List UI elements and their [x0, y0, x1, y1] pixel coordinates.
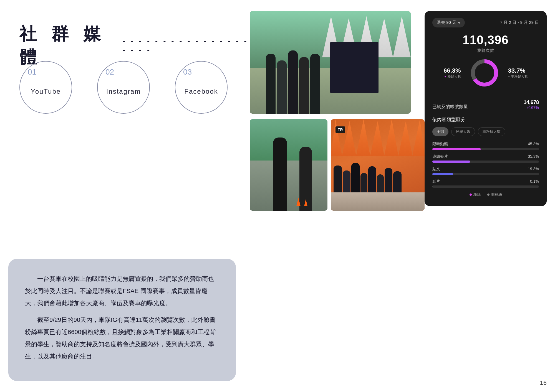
- circles-section: 01 YouTube 02 Instagram 03 Facebook: [19, 61, 228, 114]
- bar-fill-posts: [432, 173, 453, 175]
- circle-ring-instagram: 02 Instagram: [97, 61, 150, 114]
- legend-subscribers: 粉絲: [470, 192, 481, 197]
- circle-item-instagram: 02 Instagram: [97, 61, 150, 114]
- filter-tabs: 全部 粉絲人數 非粉絲人數: [432, 127, 539, 136]
- bar-label-reels: 連續短片: [432, 154, 448, 159]
- bar-track-reels: [432, 161, 539, 163]
- page-number: 16: [540, 379, 547, 386]
- legend-label-subscribers: 粉絲: [473, 192, 481, 197]
- analytics-card: 過去 90 天 7 月 2 日 - 9 月 29 日 110,396 瀏覽次數 …: [425, 11, 547, 206]
- reach-value: 14,678 +167%: [524, 100, 539, 110]
- views-section: 110,396 瀏覽次數: [432, 33, 539, 53]
- reach-number: 14,678: [524, 100, 539, 105]
- bar-track-posts: [432, 173, 539, 175]
- bar-label-posts: 貼文: [432, 167, 440, 172]
- legend-non-subscribers: 非粉絲: [487, 192, 502, 197]
- title-dashes: - - - - - - - - - - - - - - - - - - - -: [123, 37, 250, 54]
- content-paragraph-2: 截至9/29日的90天內，車隊IG有高達11萬次的瀏覽次數，此外臉書粉絲專頁已有…: [25, 314, 219, 363]
- date-range: 7 月 2 日 - 9 月 29 日: [500, 20, 539, 25]
- content-type-title: 依內容類型區分: [432, 116, 539, 123]
- subscriber-legend: 66.3% 粉絲人數: [443, 67, 461, 79]
- reach-row: 已觸及的帳號數量 14,678 +167%: [432, 95, 539, 110]
- photo-top: [250, 11, 411, 114]
- circle-number-3: 03: [183, 68, 192, 77]
- bar-percent-reels: 35.3%: [528, 154, 539, 159]
- content-box: 一台賽車在校園上的吸睛能力是無庸置疑的，我們眾多的贊助商也於此同時受人注目。不論…: [8, 259, 236, 381]
- bar-label-stories: 限時動態: [432, 142, 448, 147]
- views-label: 瀏覽次數: [432, 48, 539, 53]
- chart-legend: 粉絲 非粉絲: [432, 192, 539, 197]
- circle-number-1: 01: [28, 68, 36, 77]
- circle-label-youtube: YouTube: [31, 88, 61, 95]
- circle-label-instagram: Instagram: [106, 88, 141, 95]
- reach-growth: +167%: [524, 105, 539, 110]
- bar-percent-videos: 0.1%: [530, 179, 539, 184]
- circle-number-2: 02: [105, 68, 114, 77]
- analytics-header: 過去 90 天 7 月 2 日 - 9 月 29 日: [432, 18, 539, 27]
- bar-label-videos: 影片: [432, 179, 440, 184]
- bar-row-stories: 限時動態 45.3%: [432, 142, 539, 150]
- circle-ring-youtube: 01 YouTube: [19, 61, 72, 114]
- bar-percent-posts: 19.3%: [528, 167, 539, 172]
- views-number: 110,396: [432, 33, 539, 47]
- non-subscriber-legend: 33.7% 非粉絲人數: [508, 67, 528, 79]
- bar-row-videos: 影片 0.1%: [432, 179, 539, 188]
- bar-row-reels: 連續短片 35.3%: [432, 154, 539, 163]
- circle-ring-facebook: 03 Facebook: [175, 61, 228, 114]
- photo-bottom-right: TR: [331, 119, 425, 211]
- photo-bottom-left: [250, 119, 327, 211]
- non-subscriber-label: 非粉絲人數: [508, 74, 528, 79]
- legend-dot-non-subscribers: [487, 194, 490, 196]
- donut-chart: [469, 58, 500, 88]
- bar-fill-videos: [432, 185, 433, 188]
- reach-label: 已觸及的帳號數量: [432, 104, 468, 110]
- bar-track-videos: [432, 185, 539, 188]
- filter-tab-non-subscribers[interactable]: 非粉絲人數: [478, 127, 505, 136]
- legend-label-non-subscribers: 非粉絲: [491, 192, 502, 197]
- filter-tab-all[interactable]: 全部: [432, 127, 448, 136]
- bar-percent-stories: 45.3%: [528, 142, 539, 147]
- bar-track-stories: [432, 148, 539, 150]
- legend-dot-subscribers: [470, 194, 472, 196]
- left-section: 社 群 媒 體 - - - - - - - - - - - - - - - - …: [0, 0, 250, 392]
- non-subscriber-percent: 33.7%: [508, 67, 528, 74]
- circle-item-youtube: 01 YouTube: [19, 61, 72, 114]
- bar-fill-stories: [432, 148, 481, 150]
- bar-fill-reels: [432, 161, 470, 163]
- filter-tab-subscribers[interactable]: 粉絲人數: [451, 127, 475, 136]
- circle-item-facebook: 03 Facebook: [175, 61, 228, 114]
- subscriber-label: 粉絲人數: [443, 74, 461, 79]
- period-button[interactable]: 過去 90 天: [432, 18, 465, 27]
- content-paragraph-1: 一台賽車在校園上的吸睛能力是無庸置疑的，我們眾多的贊助商也於此同時受人注目。不論…: [25, 273, 219, 309]
- bar-row-posts: 貼文 19.3%: [432, 167, 539, 175]
- donut-area: 66.3% 粉絲人數 33.7% 非粉絲人數: [432, 58, 539, 88]
- circle-label-facebook: Facebook: [184, 88, 218, 95]
- subscriber-percent: 66.3%: [443, 67, 461, 74]
